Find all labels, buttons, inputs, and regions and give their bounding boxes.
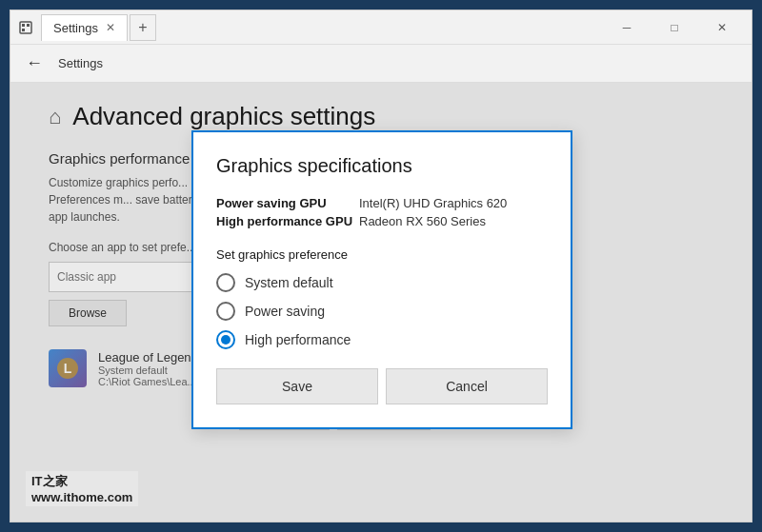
radio-group: System default Power saving High perform…	[216, 273, 548, 349]
maximize-button[interactable]: □	[652, 10, 696, 45]
svg-rect-1	[22, 24, 25, 27]
high-perf-gpu-label: High performance GPU	[216, 214, 359, 228]
settings-tab[interactable]: Settings ✕	[41, 14, 128, 41]
svg-rect-3	[22, 29, 25, 31]
tab-area: Settings ✕ +	[18, 14, 605, 41]
radio-circle-system-default	[216, 273, 235, 292]
nav-breadcrumb: Settings	[58, 56, 103, 70]
radio-label-power-saving: Power saving	[245, 304, 325, 319]
set-pref-label: Set graphics preference	[216, 247, 548, 262]
minimize-button[interactable]: ─	[605, 10, 649, 45]
svg-rect-2	[27, 24, 30, 27]
radio-dot-high-performance	[221, 335, 231, 345]
radio-label-system-default: System default	[245, 275, 333, 290]
graphics-specs-dialog: Graphics specifications Power saving GPU…	[191, 130, 572, 429]
cancel-button[interactable]: Cancel	[386, 368, 548, 404]
main-content: ⌂ Advanced graphics settings Graphics pe…	[10, 83, 752, 522]
radio-high-performance[interactable]: High performance	[216, 330, 548, 349]
svg-rect-0	[20, 22, 31, 33]
radio-label-high-performance: High performance	[245, 332, 351, 347]
radio-circle-power-saving	[216, 302, 235, 321]
settings-window-icon	[18, 20, 33, 35]
radio-circle-high-performance	[216, 330, 235, 349]
nav-bar: ← Settings	[10, 45, 752, 83]
main-window: Settings ✕ + ─ □ ✕ ← Settings ⌂ Advanced…	[10, 10, 752, 522]
save-button[interactable]: Save	[216, 368, 378, 404]
dialog-title: Graphics specifications	[216, 155, 548, 177]
new-tab-button[interactable]: +	[130, 14, 156, 41]
power-saving-gpu-value: Intel(R) UHD Graphics 620	[359, 196, 507, 210]
radio-system-default[interactable]: System default	[216, 273, 548, 292]
dialog-buttons: Save Cancel	[216, 368, 548, 404]
window-controls: ─ □ ✕	[605, 10, 744, 45]
gpu-specs: Power saving GPU Intel(R) UHD Graphics 6…	[216, 196, 548, 228]
tab-label: Settings	[53, 21, 98, 35]
power-saving-gpu-label: Power saving GPU	[216, 196, 359, 210]
title-bar: Settings ✕ + ─ □ ✕	[10, 10, 752, 45]
close-button[interactable]: ✕	[700, 10, 744, 45]
dialog-overlay: Graphics specifications Power saving GPU…	[10, 83, 752, 522]
high-perf-gpu-row: High performance GPU Radeon RX 560 Serie…	[216, 214, 548, 228]
radio-power-saving[interactable]: Power saving	[216, 302, 548, 321]
back-button[interactable]: ←	[26, 53, 43, 73]
tab-close-button[interactable]: ✕	[106, 21, 115, 34]
power-saving-gpu-row: Power saving GPU Intel(R) UHD Graphics 6…	[216, 196, 548, 210]
high-perf-gpu-value: Radeon RX 560 Series	[359, 214, 486, 228]
